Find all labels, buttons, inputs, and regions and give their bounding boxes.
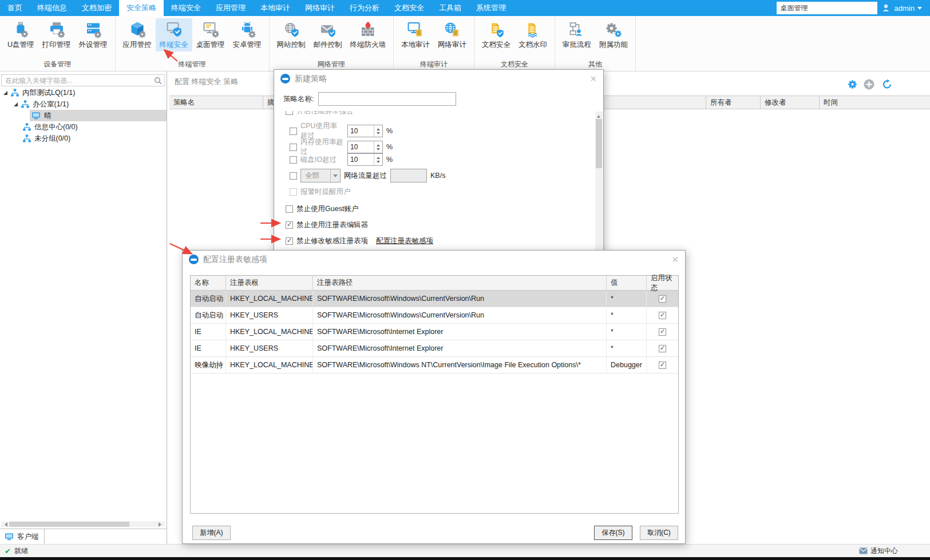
- ribbon-item-doc-security[interactable]: 文档安全: [478, 18, 515, 51]
- table-row[interactable]: 映像劫持 HKEY_LOCAL_MACHINE SOFTWARE\Microso…: [191, 357, 678, 374]
- refresh-button[interactable]: [882, 79, 892, 89]
- checkbox[interactable]: [286, 237, 293, 245]
- column-header-time[interactable]: 时间: [820, 96, 930, 109]
- tree-item-ungrouped[interactable]: 未分组(0/0): [0, 133, 167, 144]
- checkbox[interactable]: [290, 156, 297, 164]
- stepper-up-icon[interactable]: [374, 141, 382, 147]
- scroll-left-icon[interactable]: [2, 522, 7, 527]
- option-disable-regedit[interactable]: 禁止使用注册表编辑器: [286, 220, 368, 230]
- tab-system-management[interactable]: 系统管理: [469, 0, 513, 16]
- ribbon-item-mail-control[interactable]: 邮件控制: [310, 18, 346, 51]
- column-header-path[interactable]: 注册表路径: [313, 276, 607, 290]
- column-header-enabled[interactable]: 启用状态: [647, 276, 678, 290]
- ribbon-item-local-audit[interactable]: 本地审计: [397, 18, 434, 51]
- checkbox[interactable]: [290, 188, 297, 196]
- net-scope-select[interactable]: 全部: [300, 169, 341, 182]
- net-threshold-input[interactable]: [390, 169, 427, 182]
- tab-security-policy[interactable]: 安全策略: [119, 0, 164, 16]
- save-button[interactable]: 保存(S): [594, 526, 632, 540]
- client-tab[interactable]: 客户端: [0, 529, 45, 545]
- option-disk-io[interactable]: 磁盘IO超过 %: [290, 153, 393, 166]
- ribbon-item-doc-watermark[interactable]: 文档水印: [515, 18, 551, 51]
- expander-icon[interactable]: [3, 91, 7, 95]
- ribbon-item-network-audit[interactable]: 网络审计: [434, 18, 470, 51]
- table-row[interactable]: 自动启动 HKEY_USERS SOFTWARE\Microsoft\Windo…: [191, 307, 678, 324]
- ribbon-item-usb-management[interactable]: U盘管理: [3, 18, 38, 51]
- checkbox[interactable]: [290, 172, 297, 180]
- tab-home[interactable]: 首页: [0, 0, 30, 16]
- cpu-threshold-stepper[interactable]: [347, 125, 383, 137]
- ribbon-item-app-control[interactable]: 应用管控: [119, 18, 156, 51]
- configure-registry-link[interactable]: 配置注册表敏感项: [376, 236, 433, 246]
- ribbon-item-desktop-management[interactable]: 桌面管理: [192, 18, 229, 51]
- checkbox[interactable]: [286, 111, 293, 115]
- ribbon-item-addon-features[interactable]: 附属功能: [595, 18, 632, 51]
- tab-network-audit[interactable]: 网络审计: [298, 0, 342, 16]
- stepper-up-icon[interactable]: [374, 154, 382, 160]
- column-header-owner[interactable]: 所有者: [706, 96, 761, 109]
- scrollbar-thumb[interactable]: [596, 119, 602, 168]
- stepper-down-icon[interactable]: [374, 160, 382, 165]
- stepper-down-icon[interactable]: [374, 131, 382, 137]
- enabled-checkbox[interactable]: [659, 295, 666, 303]
- ribbon-item-terminal-firewall[interactable]: 终端防火墙: [346, 18, 390, 51]
- option-alert-user[interactable]: 报警时提醒用户: [290, 187, 351, 197]
- ribbon-item-terminal-security[interactable]: 终端安全: [156, 18, 192, 51]
- vertical-scrollbar[interactable]: [595, 112, 603, 257]
- tab-terminal-security[interactable]: 终端安全: [164, 0, 208, 16]
- column-header-policy-name[interactable]: 策略名: [169, 96, 263, 109]
- tree-item-office[interactable]: 办公室(1/1): [0, 98, 167, 110]
- stepper-input[interactable]: [348, 141, 374, 153]
- checkbox[interactable]: [290, 144, 297, 151]
- option-perf-report[interactable]: 开启性能异常报告: [286, 111, 354, 116]
- table-row[interactable]: 自动启动 HKEY_LOCAL_MACHINE SOFTWARE\Microso…: [191, 291, 678, 307]
- ribbon-item-peripheral-management[interactable]: 外设管理: [75, 18, 112, 51]
- option-net-traffic[interactable]: 全部 网络流量超过 KB/s: [290, 169, 445, 182]
- tree-item-terminal-qing[interactable]: 晴: [0, 110, 167, 121]
- column-header-name[interactable]: 名称: [191, 276, 226, 290]
- table-row[interactable]: IE HKEY_USERS SOFTWARE\Microsoft\Interne…: [191, 340, 678, 357]
- column-header-root[interactable]: 注册表根: [226, 276, 313, 290]
- tree-filter-input[interactable]: [2, 77, 154, 85]
- cancel-button[interactable]: 取消(C): [640, 526, 678, 540]
- ribbon-item-android-management[interactable]: 安卓管理: [229, 18, 266, 51]
- ribbon-item-print-management[interactable]: 打印管理: [38, 18, 75, 51]
- enabled-checkbox[interactable]: [659, 328, 666, 336]
- ribbon-item-approval-flow[interactable]: 审批流程: [559, 18, 595, 51]
- scrollbar-thumb[interactable]: [9, 522, 129, 527]
- admin-menu[interactable]: admin: [895, 4, 922, 13]
- stepper-input[interactable]: [348, 125, 374, 137]
- option-disable-guest[interactable]: 禁止使用Guest账户: [286, 204, 358, 214]
- horizontal-scrollbar[interactable]: [1, 521, 165, 527]
- enabled-checkbox[interactable]: [659, 362, 666, 369]
- ribbon-item-website-control[interactable]: 网站控制: [273, 18, 310, 51]
- checkbox[interactable]: [290, 128, 297, 135]
- global-search-input[interactable]: [777, 2, 877, 14]
- scroll-right-icon[interactable]: [159, 522, 164, 527]
- tab-toolbox[interactable]: 工具箱: [432, 0, 469, 16]
- notification-center[interactable]: 通知中心: [859, 546, 898, 556]
- checkbox[interactable]: [286, 221, 293, 229]
- stepper-input[interactable]: [348, 154, 374, 165]
- stepper-up-icon[interactable]: [374, 125, 382, 131]
- column-header-value[interactable]: 值: [607, 276, 647, 290]
- tab-doc-encryption[interactable]: 文档加密: [74, 0, 119, 16]
- expander-icon[interactable]: [14, 102, 18, 106]
- tab-app-management[interactable]: 应用管理: [208, 0, 253, 16]
- tab-behavior-analysis[interactable]: 行为分析: [342, 0, 387, 16]
- table-row[interactable]: IE HKEY_LOCAL_MACHINE SOFTWARE\Microsoft…: [191, 324, 678, 340]
- tab-terminal-info[interactable]: 终端信息: [30, 0, 74, 16]
- close-icon[interactable]: ✕: [671, 255, 679, 264]
- close-icon[interactable]: ✕: [589, 74, 597, 83]
- tree-item-root-group[interactable]: 内部测试LQ(1/1): [0, 87, 167, 98]
- memory-threshold-stepper[interactable]: [347, 141, 383, 153]
- tree-item-info-center[interactable]: 信息中心(0/0): [0, 121, 167, 133]
- column-header-modifier[interactable]: 修改者: [761, 96, 820, 109]
- scroll-up-icon[interactable]: [597, 113, 600, 118]
- option-protect-registry[interactable]: 禁止修改敏感注册表项 配置注册表敏感项: [286, 236, 433, 246]
- tab-doc-security[interactable]: 文档安全: [387, 0, 432, 16]
- tab-local-audit[interactable]: 本地审计: [253, 0, 298, 16]
- add-button[interactable]: 新增(A): [192, 526, 231, 540]
- stepper-down-icon[interactable]: [374, 147, 382, 153]
- add-policy-button[interactable]: [864, 79, 874, 90]
